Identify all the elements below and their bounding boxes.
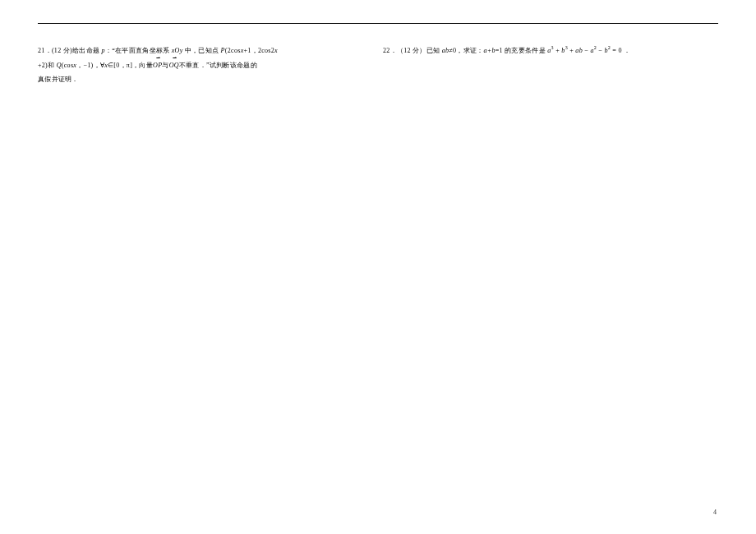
text: 中，已知点 (183, 47, 221, 54)
text: 已知 (426, 47, 442, 54)
var-x: x (274, 47, 278, 54)
arrow-icon: ⇀ (153, 53, 162, 64)
text: ∈[0，π]，向量 (108, 62, 153, 69)
text: (cos (62, 62, 74, 69)
text: =1 的充要条件是 (496, 47, 548, 54)
problem-number: 21． (38, 47, 52, 54)
page-number: 4 (713, 509, 717, 516)
text: 真假并证明． (38, 76, 79, 83)
text: +1，2cos2 (243, 47, 274, 54)
problem-21: 21．(12 分)给出命题 p：“在平面直角坐标系 xOy 中，已知点 P(2c… (38, 44, 350, 87)
problem-22: 22．（12 分）已知 ab≠0，求证：a+b=1 的充要条件是 a3 + b3… (383, 44, 712, 58)
page-container: 21．(12 分)给出命题 p：“在平面直角坐标系 xOy 中，已知点 P(2c… (0, 0, 756, 534)
content-columns: 21．(12 分)给出命题 p：“在平面直角坐标系 xOy 中，已知点 P(2c… (38, 44, 718, 87)
vector-OQ: ⇀OQ (169, 58, 179, 73)
text: 给出命题 (72, 47, 102, 54)
text: + (568, 47, 575, 54)
var-apb: a+b (483, 47, 495, 54)
column-right: 22．（12 分）已知 ab≠0，求证：a+b=1 的充要条件是 a3 + b3… (383, 44, 712, 87)
problem-number: 22． (383, 47, 397, 54)
text: − (583, 47, 590, 54)
var-ab: ab (442, 47, 449, 54)
problem-points: (12 分) (52, 47, 72, 54)
top-rule (38, 23, 718, 24)
text: 与 (162, 62, 168, 69)
column-left: 21．(12 分)给出命题 p：“在平面直角坐标系 xOy 中，已知点 P(2c… (38, 44, 350, 87)
text: ，−1)，∀ (76, 62, 104, 69)
text: +2)和 (38, 62, 57, 69)
text: (2cos (225, 47, 241, 54)
arrow-icon: ⇀ (169, 53, 179, 64)
text: + (554, 47, 561, 54)
var-ab: ab (575, 47, 583, 54)
vector-OP: ⇀OP (153, 58, 162, 73)
text: 不垂直．”试判断该命题的 (179, 62, 257, 69)
problem-points: （12 分） (397, 47, 426, 54)
text: ≠0，求证： (449, 47, 483, 54)
text: = 0 ． (611, 47, 630, 54)
